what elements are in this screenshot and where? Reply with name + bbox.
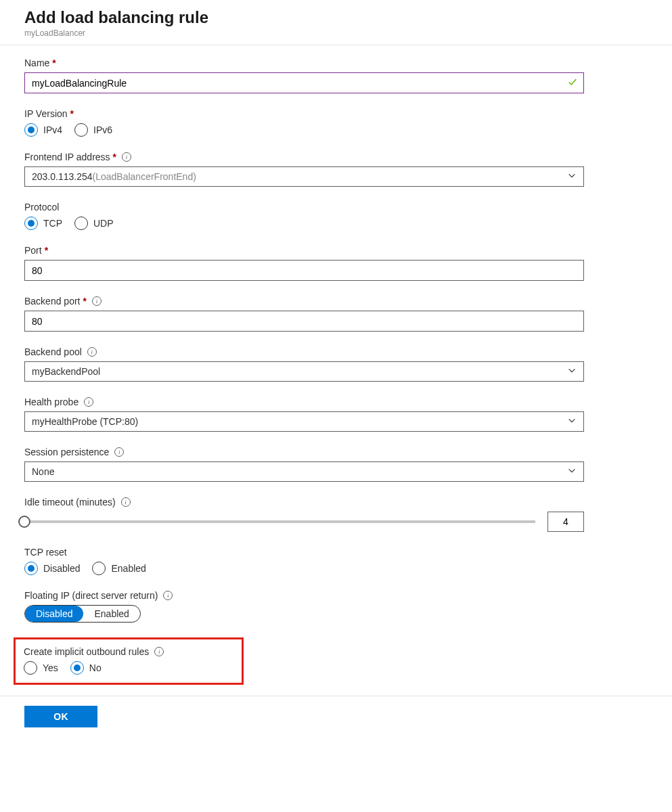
sessionpersistence-label: Session persistence i <box>24 447 648 457</box>
idletimeout-slider[interactable] <box>24 520 535 523</box>
idletimeout-label: Idle timeout (minutes) i <box>24 497 648 508</box>
backendpool-dropdown[interactable]: myBackendPool <box>24 361 584 382</box>
healthprobe-label: Health probe i <box>24 397 648 407</box>
info-icon[interactable]: i <box>122 152 131 162</box>
backendpool-label: Backend pool i <box>24 346 648 357</box>
ipversion-label: IP Version* <box>24 108 648 119</box>
radio-implicitoutbound-no[interactable]: No <box>70 661 102 675</box>
protocol-label: Protocol <box>24 202 648 212</box>
info-icon[interactable]: i <box>87 347 97 357</box>
radio-implicitoutbound-yes[interactable]: Yes <box>24 661 58 675</box>
port-input[interactable] <box>24 260 584 281</box>
radio-ipv6[interactable]: IPv6 <box>74 123 112 137</box>
info-icon[interactable]: i <box>121 497 131 507</box>
implicit-outbound-highlight: Create implicit outbound rules i Yes No <box>14 637 244 685</box>
floatingip-disabled-segment[interactable]: Disabled <box>25 606 83 622</box>
floatingip-label: Floating IP (direct server return) i <box>24 590 648 601</box>
chevron-down-icon <box>567 171 577 183</box>
healthprobe-dropdown[interactable]: myHealthProbe (TCP:80) <box>24 411 584 432</box>
radio-tcp[interactable]: TCP <box>24 217 62 230</box>
backendport-label: Backend port* i <box>24 296 648 307</box>
idletimeout-value-input[interactable] <box>547 512 584 532</box>
radio-ipv4[interactable]: IPv4 <box>24 123 62 137</box>
implicitoutbound-label: Create implicit outbound rules i <box>24 646 233 657</box>
radio-udp[interactable]: UDP <box>74 217 114 230</box>
chevron-down-icon <box>567 366 577 378</box>
floatingip-enabled-segment[interactable]: Enabled <box>83 606 139 622</box>
port-label: Port* <box>24 245 648 256</box>
info-icon[interactable]: i <box>84 397 93 407</box>
ok-button[interactable]: OK <box>24 706 97 727</box>
info-icon[interactable]: i <box>114 447 124 457</box>
floatingip-toggle[interactable]: Disabled Enabled <box>24 605 141 623</box>
sessionpersistence-dropdown[interactable]: None <box>24 461 584 482</box>
page-subtitle: myLoadBalancer <box>24 28 648 38</box>
radio-tcpreset-disabled[interactable]: Disabled <box>24 562 80 575</box>
backendport-input[interactable] <box>24 311 584 332</box>
info-icon[interactable]: i <box>92 296 102 306</box>
name-input[interactable] <box>24 72 584 93</box>
page-title: Add load balancing rule <box>24 8 648 27</box>
frontendip-dropdown[interactable]: 203.0.113.254 (LoadBalancerFrontEnd) <box>24 166 584 187</box>
frontendip-label: Frontend IP address* i <box>24 152 648 162</box>
name-label: Name* <box>24 58 648 68</box>
info-icon[interactable]: i <box>163 591 173 600</box>
radio-tcpreset-enabled[interactable]: Enabled <box>92 562 145 575</box>
info-icon[interactable]: i <box>154 647 164 656</box>
chevron-down-icon <box>567 416 577 428</box>
tcpreset-label: TCP reset <box>24 547 648 558</box>
slider-thumb[interactable] <box>18 516 30 528</box>
chevron-down-icon <box>567 466 577 478</box>
